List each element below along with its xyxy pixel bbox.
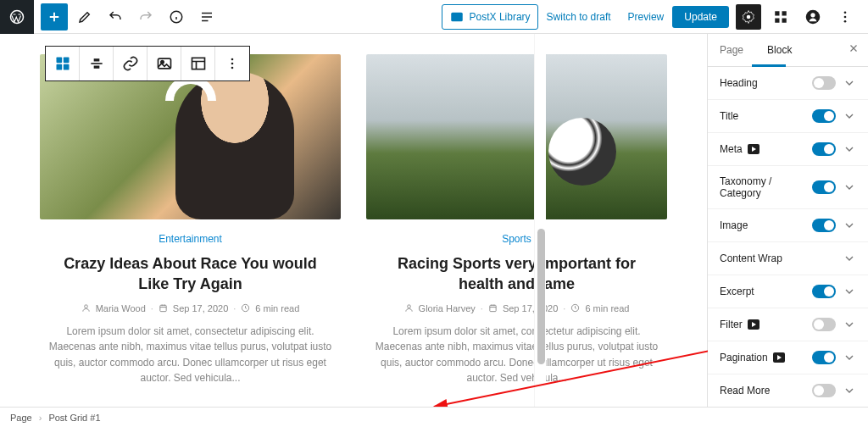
- panel-label: Title: [720, 110, 738, 122]
- toggle-pagination[interactable]: [812, 351, 836, 364]
- svg-rect-6: [775, 18, 779, 22]
- svg-rect-5: [782, 11, 787, 15]
- panel-label: Excerpt: [720, 286, 754, 297]
- video-icon: [748, 144, 760, 154]
- toggle-taxonomy-category[interactable]: [812, 180, 836, 194]
- chevron-down-icon: [843, 142, 856, 156]
- panel-row-pagination[interactable]: Pagination: [708, 341, 868, 374]
- chevron-down-icon: [843, 109, 856, 123]
- image-icon[interactable]: [147, 47, 181, 80]
- chevron-down-icon: [843, 219, 856, 232]
- panel-label: Read More: [720, 385, 770, 396]
- toggle-meta[interactable]: [812, 142, 836, 156]
- outline-icon[interactable]: [193, 3, 220, 30]
- toggle-excerpt[interactable]: [812, 285, 836, 298]
- post-readtime: 6 min read: [585, 303, 629, 313]
- panel-row-heading[interactable]: Heading: [708, 67, 868, 100]
- post-title[interactable]: Racing Sports very important for health …: [366, 253, 667, 303]
- user-icon[interactable]: [800, 4, 826, 30]
- svg-point-25: [84, 305, 87, 308]
- tab-page[interactable]: Page: [708, 34, 755, 66]
- align-icon[interactable]: [80, 47, 114, 80]
- chevron-down-icon: [843, 252, 856, 265]
- panel-label: Image: [720, 219, 748, 231]
- post-category[interactable]: Sports: [366, 219, 667, 253]
- svg-point-23: [231, 63, 234, 65]
- block-more-icon[interactable]: [215, 47, 249, 80]
- post-date: Sep 17, 2020: [173, 303, 228, 313]
- blocks-icon[interactable]: [768, 4, 793, 30]
- panel-row-filter[interactable]: Filter: [708, 308, 868, 341]
- svg-point-12: [844, 19, 847, 22]
- svg-rect-2: [451, 12, 463, 21]
- post-excerpt: Lorem ipsum dolor sit amet, consectetur …: [40, 324, 341, 386]
- postx-library-button[interactable]: PostX Library: [442, 4, 538, 30]
- block-type-icon[interactable]: [46, 47, 80, 80]
- layout-icon[interactable]: [181, 47, 215, 80]
- link-icon[interactable]: [114, 47, 147, 80]
- svg-rect-7: [782, 18, 787, 22]
- breadcrumb-item[interactable]: Post Grid #1: [48, 413, 100, 423]
- post-meta: Gloria Harvey· Sep 17, 2020· 6 min read: [366, 303, 667, 324]
- post-image[interactable]: [366, 54, 667, 219]
- undo-button[interactable]: [102, 3, 129, 30]
- settings-sidebar: Page Block HeadingTitleMetaTaxonomy / Ca…: [707, 34, 868, 407]
- add-block-button[interactable]: [41, 3, 68, 30]
- svg-rect-4: [775, 11, 779, 15]
- panel-row-content-wrap[interactable]: Content Wrap: [708, 242, 868, 275]
- chevron-down-icon: [843, 318, 856, 331]
- video-icon: [748, 319, 760, 330]
- toggle-heading[interactable]: [812, 76, 836, 90]
- panel-row-taxonomy-category[interactable]: Taxonomy / Category: [708, 166, 868, 209]
- breadcrumb-separator: ›: [39, 413, 42, 423]
- video-icon: [773, 352, 785, 363]
- panel-row-read-more[interactable]: Read More: [708, 374, 868, 407]
- post-grid: Entertainment Crazy Ideas About Race You…: [40, 54, 667, 386]
- editor-scrollbar[interactable]: [534, 34, 546, 407]
- panel-label: Taxonomy / Category: [720, 175, 812, 199]
- toggle-image[interactable]: [812, 219, 836, 232]
- post-card: Entertainment Crazy Ideas About Race You…: [40, 54, 341, 386]
- info-icon[interactable]: [163, 3, 190, 30]
- redo-button[interactable]: [132, 3, 159, 30]
- svg-rect-16: [63, 64, 69, 70]
- preview-button[interactable]: Preview: [620, 6, 673, 28]
- edit-icon[interactable]: [71, 3, 98, 30]
- post-meta: Maria Wood· Sep 17, 2020· 6 min read: [40, 303, 341, 324]
- breadcrumb: Page › Post Grid #1: [0, 407, 868, 427]
- breadcrumb-root[interactable]: Page: [10, 413, 32, 423]
- post-title[interactable]: Crazy Ideas About Race You would Like Tr…: [40, 253, 341, 303]
- panel-row-title[interactable]: Title: [708, 100, 868, 133]
- svg-rect-17: [93, 58, 99, 61]
- post-excerpt: Lorem ipsum dolor sit amet, consectetur …: [366, 324, 667, 386]
- panel-row-meta[interactable]: Meta: [708, 133, 868, 166]
- chevron-down-icon: [843, 351, 856, 364]
- panel-label: Content Wrap: [720, 252, 782, 264]
- close-sidebar-button[interactable]: [839, 34, 868, 66]
- post-author: Gloria Harvey: [419, 303, 476, 313]
- svg-point-11: [844, 15, 847, 18]
- panel-row-excerpt[interactable]: Excerpt: [708, 275, 868, 308]
- svg-rect-21: [192, 58, 204, 69]
- post-category[interactable]: Entertainment: [40, 219, 341, 253]
- switch-to-draft-button[interactable]: Switch to draft: [538, 6, 620, 28]
- wordpress-logo[interactable]: [0, 0, 34, 34]
- chevron-down-icon: [843, 384, 856, 397]
- more-menu-icon[interactable]: [832, 4, 858, 30]
- chevron-down-icon: [843, 285, 856, 298]
- update-button[interactable]: Update: [672, 6, 729, 28]
- panel-label: Heading: [720, 77, 758, 89]
- panel-row-image[interactable]: Image: [708, 209, 868, 242]
- chevron-down-icon: [843, 180, 856, 194]
- panel-label: Pagination: [720, 352, 768, 363]
- settings-icon[interactable]: [736, 4, 761, 30]
- svg-point-9: [810, 13, 815, 17]
- toggle-title[interactable]: [812, 109, 836, 123]
- editor-canvas[interactable]: Entertainment Crazy Ideas About Race You…: [0, 34, 707, 407]
- post-card: Sports Racing Sports very important for …: [366, 54, 667, 386]
- toggle-read-more[interactable]: [812, 384, 836, 397]
- calendar-icon: [488, 303, 498, 313]
- tab-block[interactable]: Block: [755, 34, 804, 66]
- svg-point-22: [231, 58, 234, 61]
- toggle-filter[interactable]: [812, 318, 836, 331]
